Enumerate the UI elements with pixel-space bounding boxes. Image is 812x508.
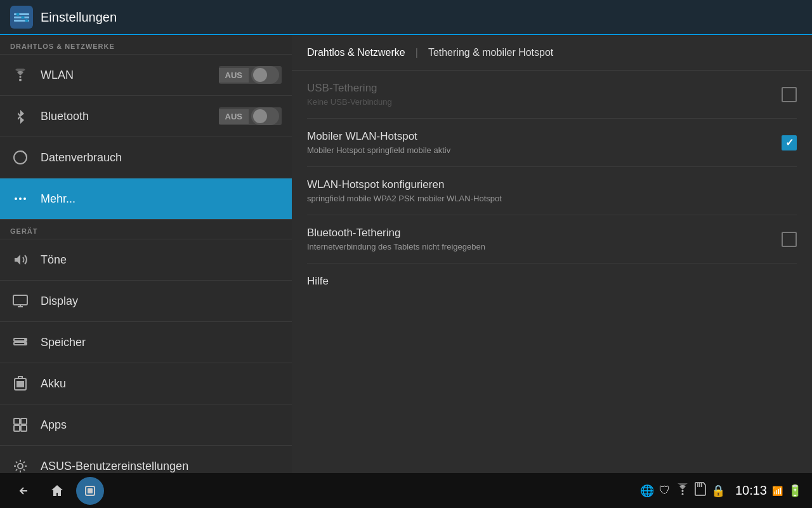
content-tabs: Drahtlos & Netzwerke | Tethering & mobil…: [292, 35, 812, 70]
tab-drahtlos-netzwerke[interactable]: Drahtlos & Netzwerke: [307, 44, 405, 61]
bluetooth-toggle[interactable]: AUS: [219, 107, 282, 125]
sidebar-item-display[interactable]: Display: [0, 281, 292, 322]
svg-point-8: [15, 197, 17, 200]
usb-tethering-checkbox[interactable]: [782, 87, 797, 102]
wifi-icon: [10, 65, 30, 85]
svg-rect-18: [16, 381, 24, 387]
sidebar-item-mehr[interactable]: Mehr...: [0, 178, 292, 220]
svg-rect-25: [88, 488, 93, 493]
bluetooth-toggle-label: AUS: [219, 109, 249, 124]
section-header-geraet: GERÄT: [0, 220, 292, 239]
content-item-mobiler-hotspot[interactable]: Mobiler WLAN-Hotspot Mobiler Hotspot spr…: [307, 119, 797, 167]
titlebar: Einstellungen: [0, 0, 812, 35]
signal-icon: 📶: [772, 486, 783, 496]
wlan-konfigurieren-subtitle: springfield mobile WPA2 PSK mobiler WLAN…: [307, 194, 797, 203]
home-button[interactable]: [43, 477, 71, 505]
mobiler-hotspot-subtitle: Mobiler Hotspot springfield mobile aktiv: [307, 145, 774, 155]
bluetooth-label: Bluetooth: [41, 110, 219, 123]
svg-rect-22: [21, 425, 27, 431]
android-icon: 🌐: [640, 484, 654, 498]
more-icon: [10, 189, 30, 209]
sound-icon: [10, 250, 30, 270]
svg-point-23: [18, 464, 23, 469]
sidebar-item-apps[interactable]: Apps: [0, 404, 292, 446]
svg-point-15: [25, 339, 26, 340]
content-panel: Drahtlos & Netzwerke | Tethering & mobil…: [292, 35, 812, 508]
usb-tethering-subtitle: Keine USB-Verbindung: [307, 97, 774, 107]
svg-rect-19: [14, 418, 20, 424]
svg-point-6: [19, 79, 22, 81]
display-icon: [10, 291, 30, 311]
recent-button[interactable]: [76, 477, 104, 505]
app-icon: [10, 6, 33, 29]
speicher-label: Speicher: [41, 336, 282, 349]
bluetooth-tethering-subtitle: Internetverbindung des Tablets nicht fre…: [307, 242, 774, 251]
content-list: USB-Tethering Keine USB-Verbindung Mobil…: [292, 70, 812, 302]
wlan-toggle-label: AUS: [219, 68, 249, 83]
svg-point-4: [22, 16, 25, 19]
sidebar-item-datenverbrauch[interactable]: Datenverbrauch: [0, 137, 292, 178]
mehr-label: Mehr...: [41, 192, 282, 206]
bluetooth-tethering-checkbox[interactable]: [782, 232, 797, 247]
svg-point-3: [16, 13, 20, 16]
apps-icon: [10, 415, 30, 435]
content-item-usb-tethering[interactable]: USB-Tethering Keine USB-Verbindung: [307, 70, 797, 119]
svg-point-5: [25, 19, 29, 22]
svg-point-10: [23, 197, 26, 200]
wifi-status-icon: [676, 483, 690, 498]
mobiler-hotspot-checkbox[interactable]: [782, 135, 797, 150]
akku-label: Akku: [41, 377, 282, 391]
bluetooth-toggle-track[interactable]: [251, 107, 279, 125]
shield-icon: 🛡: [659, 484, 671, 497]
wlan-toggle[interactable]: AUS: [219, 66, 282, 84]
wlan-label: WLAN: [41, 69, 219, 82]
navbar: 🌐 🛡 🔒 10:13 📶 🔋: [0, 473, 812, 508]
hilfe-title: Hilfe: [307, 275, 797, 288]
time-display: 10:13: [735, 483, 767, 498]
content-item-bluetooth-tethering[interactable]: Bluetooth-Tethering Internetverbindung d…: [307, 215, 797, 264]
sidebar-item-wlan[interactable]: WLAN AUS: [0, 55, 292, 96]
sidebar: DRAHTLOS & NETZWERKE WLAN AUS: [0, 35, 292, 508]
apps-label: Apps: [41, 418, 282, 432]
content-item-wlan-konfigurieren[interactable]: WLAN-Hotspot konfigurieren springfield m…: [307, 167, 797, 215]
sidebar-item-bluetooth[interactable]: Bluetooth AUS: [0, 96, 292, 137]
svg-point-16: [25, 343, 26, 344]
svg-point-9: [19, 197, 22, 200]
lock-icon: 🔒: [711, 484, 725, 498]
storage-icon: [10, 332, 30, 352]
svg-point-26: [681, 493, 683, 495]
tab-tethering[interactable]: Tethering & mobiler Hotspot: [428, 44, 553, 61]
content-item-hilfe[interactable]: Hilfe: [307, 264, 797, 302]
wlan-toggle-thumb: [253, 68, 267, 82]
wlan-toggle-track[interactable]: [251, 66, 279, 84]
main-layout: DRAHTLOS & NETZWERKE WLAN AUS: [0, 35, 812, 508]
display-label: Display: [41, 295, 282, 308]
bluetooth-icon: [10, 106, 30, 126]
nav-right: 🌐 🛡 🔒 10:13 📶 🔋: [640, 482, 812, 499]
battery-icon: [10, 373, 30, 394]
battery-status-icon: 🔋: [788, 484, 802, 498]
sidebar-item-toene[interactable]: Töne: [0, 239, 292, 281]
svg-marker-11: [15, 255, 20, 265]
app-title: Einstellungen: [41, 10, 117, 25]
hilfe-text: Hilfe: [307, 275, 797, 290]
svg-rect-12: [13, 295, 27, 305]
sd-card-icon: [695, 482, 706, 499]
wlan-konfigurieren-title: WLAN-Hotspot konfigurieren: [307, 178, 797, 191]
toene-label: Töne: [41, 253, 282, 267]
mobiler-hotspot-text: Mobiler WLAN-Hotspot Mobiler Hotspot spr…: [307, 130, 774, 155]
mobiler-hotspot-title: Mobiler WLAN-Hotspot: [307, 130, 774, 143]
usb-tethering-text: USB-Tethering Keine USB-Verbindung: [307, 82, 774, 107]
section-header-drahtlos: DRAHTLOS & NETZWERKE: [0, 35, 292, 55]
back-button[interactable]: [10, 477, 38, 505]
asus-label: ASUS-Benutzereinstellungen: [41, 460, 282, 473]
svg-rect-21: [14, 425, 20, 431]
data-usage-icon: [10, 147, 30, 168]
wlan-konfigurieren-text: WLAN-Hotspot konfigurieren springfield m…: [307, 178, 797, 203]
sidebar-item-speicher[interactable]: Speicher: [0, 322, 292, 363]
usb-tethering-title: USB-Tethering: [307, 82, 774, 95]
svg-rect-20: [21, 418, 27, 424]
datenverbrauch-label: Datenverbrauch: [41, 151, 282, 164]
sidebar-item-akku[interactable]: Akku: [0, 363, 292, 404]
tab-divider: |: [416, 47, 418, 58]
